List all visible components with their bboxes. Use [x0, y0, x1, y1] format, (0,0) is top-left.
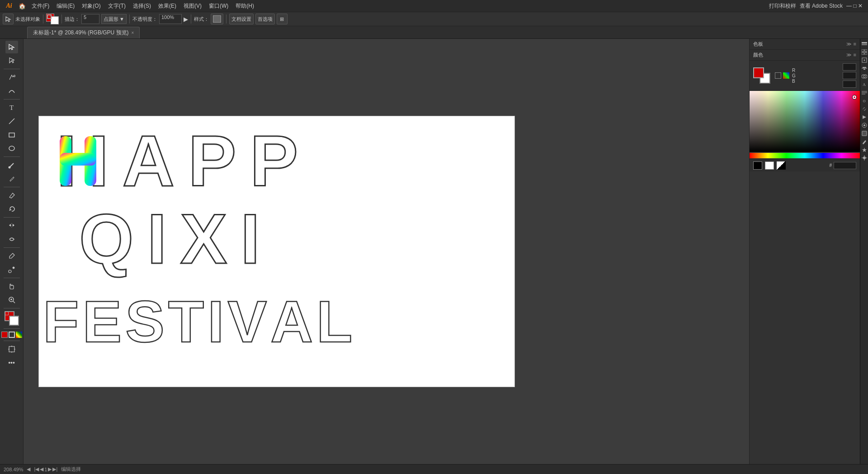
blend-tool[interactable] [5, 263, 18, 276]
menu-file[interactable]: 文件(F) [28, 0, 53, 12]
pen-tool[interactable] [5, 71, 18, 84]
selection-tool[interactable] [5, 41, 18, 53]
hand-tool[interactable] [5, 280, 18, 293]
menu-window[interactable]: 窗口(W) [205, 0, 232, 12]
direct-selection-tool[interactable] [5, 54, 18, 67]
color-list-icon[interactable]: ≡ [854, 52, 856, 58]
svg-rect-28 [862, 49, 864, 52]
opacity-label: 不透明度： [132, 16, 157, 23]
hex-input[interactable] [834, 162, 856, 169]
menu-edit[interactable]: 编辑(E) [53, 0, 78, 12]
gradient-color-icon[interactable] [783, 72, 789, 79]
menu-effects[interactable]: 效果(E) [155, 0, 180, 12]
doc-settings-btn[interactable]: 文档设置 [229, 14, 254, 24]
line-tool[interactable] [5, 115, 18, 128]
more-tools[interactable]: ••• [5, 356, 18, 369]
stroke-indicator[interactable] [9, 332, 15, 338]
color-title: 颜色 [753, 52, 763, 58]
pencil-tool[interactable] [5, 172, 18, 185]
svg-marker-42 [863, 115, 866, 119]
white-swatch[interactable] [765, 161, 774, 170]
graphic-styles-icon[interactable] [861, 130, 868, 137]
color-swatches[interactable] [5, 311, 19, 326]
eraser-tool[interactable] [5, 189, 18, 202]
b-label: B [792, 79, 796, 84]
statusbar: 208.49% ◀ |◀ ◀ 1 ▶ ▶| 编辑选择 [0, 464, 868, 474]
paintbrush-tool[interactable] [5, 159, 18, 171]
zoom-tool[interactable] [5, 294, 18, 306]
color-menu-icon[interactable]: ≫ [846, 52, 852, 58]
transform-icon[interactable] [861, 57, 868, 63]
links-icon[interactable] [861, 106, 868, 112]
home-icon[interactable]: 🏠 [16, 0, 28, 12]
brushes-icon[interactable] [861, 138, 868, 145]
foreground-color[interactable] [753, 67, 764, 78]
svg-rect-26 [862, 42, 867, 43]
zoom-down-btn[interactable]: ◀ [27, 466, 30, 472]
flare-icon[interactable] [861, 155, 868, 161]
preferences-btn[interactable]: 首选项 [255, 14, 275, 24]
saturation-area[interactable] [750, 91, 860, 152]
rgb-labels: R G B [792, 68, 796, 84]
layers-icon[interactable] [861, 41, 868, 47]
user-info: 查看 Adobe Stock [800, 2, 843, 10]
curvature-tool[interactable] [5, 85, 18, 97]
rect-tool[interactable] [5, 128, 18, 141]
letter-row-1: H [57, 125, 298, 197]
appearance-icon[interactable] [861, 122, 868, 128]
artboard-first[interactable]: |◀ [34, 466, 39, 472]
none-color-icon[interactable] [775, 72, 781, 79]
menu-object[interactable]: 对象(O) [78, 0, 104, 12]
color-picker[interactable] [750, 91, 860, 159]
artboard-tool[interactable] [5, 343, 18, 356]
svg-rect-35 [863, 67, 866, 68]
panel-menu-icon[interactable]: ≫ [846, 41, 852, 47]
hue-slider[interactable] [750, 153, 860, 158]
menu-help[interactable]: 帮助(H) [232, 0, 258, 12]
document-tab[interactable]: 未标题-1* @ 208.49% (RGB/GPU 预览) × [27, 27, 140, 38]
zoom-display: 208.49% [4, 467, 23, 472]
stroke-width-input[interactable]: 5 [81, 14, 99, 24]
tab-close-btn[interactable]: × [132, 30, 134, 35]
extra-btn[interactable]: ⊞ [277, 14, 288, 24]
artboard-last[interactable]: ▶| [52, 466, 57, 472]
black-swatch[interactable] [753, 161, 762, 170]
charStyles-icon[interactable]: A [861, 81, 868, 88]
artboards-icon[interactable] [861, 49, 868, 55]
eyedropper-tool[interactable] [5, 250, 18, 262]
menu-view[interactable]: 视图(V) [180, 0, 205, 12]
fill-indicator[interactable] [1, 332, 8, 338]
r-value[interactable] [843, 63, 856, 71]
type-tool[interactable]: T [5, 101, 18, 114]
paraStyles-icon[interactable] [861, 90, 868, 96]
panel-list-icon[interactable]: ≡ [854, 41, 856, 47]
tab-filename: 未标题-1* @ 208.49% (RGB/GPU 预览) [33, 29, 129, 37]
menu-text[interactable]: 文字(T) [104, 0, 129, 12]
menu-select[interactable]: 选择(S) [129, 0, 155, 12]
opacity-input[interactable]: 100% [159, 14, 182, 24]
tool-sep-8 [4, 308, 20, 308]
gradient-indicator[interactable] [16, 332, 22, 338]
opentype-icon[interactable]: O [861, 98, 868, 104]
style-preview[interactable] [211, 14, 223, 24]
rotate-tool[interactable] [5, 203, 18, 215]
window-controls[interactable]: — □ ✕ [846, 3, 863, 9]
svg-rect-29 [865, 49, 867, 52]
svg-interactivity-icon[interactable] [861, 114, 868, 120]
tool-sep-7 [4, 278, 20, 278]
artboard-prev[interactable]: ◀ [40, 466, 43, 472]
pathfinder-icon[interactable] [861, 73, 868, 80]
align-icon[interactable] [861, 65, 868, 71]
b-value[interactable] [843, 81, 856, 88]
reflect-tool[interactable] [5, 219, 18, 232]
select-tool-btn[interactable] [3, 14, 14, 24]
artboard-next[interactable]: ▶ [48, 466, 52, 472]
stroke-color-selector[interactable] [46, 14, 59, 24]
g-value[interactable] [843, 72, 856, 79]
stroke-shape-dropdown[interactable]: 点圆形 ▼ [101, 14, 127, 24]
bw-gradient-swatch[interactable] [777, 161, 786, 170]
symbols-icon[interactable] [861, 147, 868, 153]
warp-tool[interactable] [5, 233, 18, 246]
fg-bg-swatches[interactable] [753, 67, 770, 84]
ellipse-tool[interactable] [5, 142, 18, 155]
